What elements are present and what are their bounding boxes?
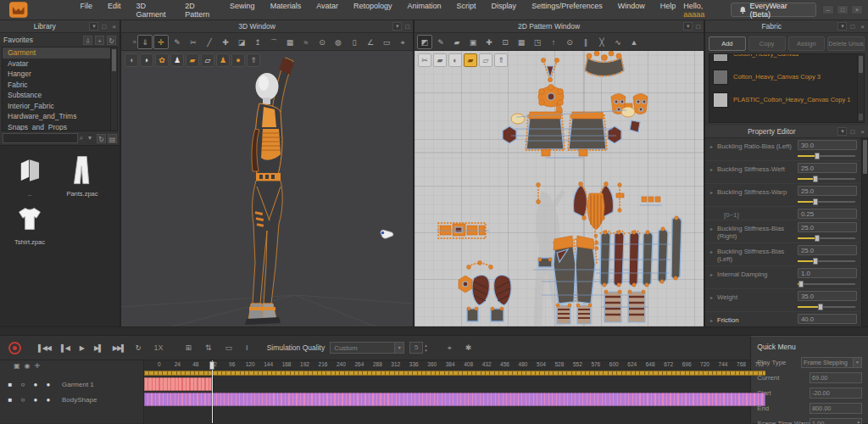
slider-handle[interactable] <box>813 198 818 205</box>
transform-tool-icon[interactable]: ⌖ <box>395 35 410 49</box>
sphere-tool-icon[interactable]: ◍ <box>331 35 346 49</box>
quick-menu-field[interactable]: -20.00 ▾ ▲▼ <box>810 388 862 399</box>
solo-tracks-icon[interactable]: ✛ <box>35 362 41 370</box>
timeline-collapse-bar[interactable]: ▼ <box>0 326 868 336</box>
show-avatar-skin-icon[interactable]: ♟ <box>216 53 230 67</box>
show-pattern-white-icon[interactable]: ▱ <box>479 53 492 67</box>
pin-tool-icon[interactable]: ⊙ <box>314 35 330 49</box>
property-editor-menu-caret[interactable]: ▾ <box>837 127 847 136</box>
toolbar-overflow-icon[interactable]: » <box>133 38 136 46</box>
grading-grid-icon[interactable]: ▦ <box>514 35 529 49</box>
fabric-action-button[interactable]: Add <box>709 36 746 51</box>
close-panel-icon[interactable]: × <box>860 128 865 136</box>
menu-item[interactable]: Sewing <box>222 2 263 19</box>
library-category-item[interactable]: Snaps_and_Props <box>3 122 110 132</box>
menu-item[interactable]: Materials <box>263 2 309 19</box>
everywear-button[interactable]: EveryWear (Beta) <box>731 3 816 17</box>
menu-item[interactable]: Animation <box>400 2 449 19</box>
track-circle-toggle[interactable]: ○ <box>19 396 27 404</box>
load-pose-icon[interactable]: ⇑ <box>247 53 260 67</box>
file-item-tshirt[interactable]: Tshirt.zpac <box>5 201 54 246</box>
property-value-input[interactable]: 35.0 <box>798 291 857 301</box>
menu-item[interactable]: Avatar <box>309 2 346 19</box>
menu-item[interactable]: Display <box>484 2 525 19</box>
go-start-button[interactable]: ▌◀◀ <box>35 344 54 352</box>
spinner-arrows[interactable]: ▲▼ <box>856 420 861 424</box>
library-category-item[interactable]: Interior_Fabric <box>3 101 110 112</box>
slider-handle[interactable] <box>815 235 820 242</box>
angle-measure-icon[interactable]: ∠ <box>363 35 378 49</box>
measure-2d-icon[interactable]: ✂ <box>418 53 431 67</box>
menu-item[interactable]: Window <box>610 2 653 19</box>
slider-handle[interactable] <box>798 281 804 287</box>
property-slider[interactable] <box>798 303 857 310</box>
next-frame-button[interactable]: ▶▌ <box>91 344 106 352</box>
library-category-item[interactable]: Hardware_and_Trims <box>3 111 110 122</box>
show-fabric-orange-icon[interactable]: ▰ <box>186 53 199 67</box>
property-slider[interactable] <box>798 198 857 205</box>
library-category-item[interactable]: Fabric <box>3 80 110 91</box>
pin-2d-icon[interactable]: ⊙ <box>562 35 577 49</box>
prev-frame-button[interactable]: ▌◀ <box>58 344 73 352</box>
expand-arrow-icon[interactable]: ▸ <box>710 163 717 172</box>
settings-icon[interactable]: ✱ <box>462 343 476 353</box>
file-item-parent-folder[interactable]: .. <box>5 153 54 198</box>
fabric-action-button[interactable]: Copy <box>748 36 786 51</box>
slider-handle[interactable] <box>815 153 820 159</box>
viewport-2d-menu-caret[interactable]: ▾ <box>683 22 693 31</box>
show-garment-white-icon[interactable]: ◗ <box>140 53 153 67</box>
expand-arrow-icon[interactable]: ▸ <box>710 291 717 300</box>
curve-tool-icon[interactable]: ∿ <box>610 35 626 49</box>
track-dot-b-toggle[interactable]: ● <box>44 381 53 388</box>
quick-menu-field[interactable]: 1.00 ▾ ▲▼ <box>810 418 862 424</box>
edit-pattern-icon[interactable]: ✎ <box>433 35 448 49</box>
library-search-input[interactable] <box>3 133 78 143</box>
property-value-input[interactable]: 30.0 <box>798 140 857 150</box>
restore-button[interactable]: □ <box>837 5 849 14</box>
fabric-list-item[interactable]: Cotton_Heavy_Canvas <box>709 53 856 65</box>
flatten-tool-icon[interactable]: ◪ <box>234 35 249 49</box>
show-half-icon[interactable]: ◐ <box>448 53 462 67</box>
lock-tracks-icon[interactable]: ▣ <box>14 362 20 370</box>
property-slider[interactable] <box>798 326 857 326</box>
go-end-button[interactable]: ▶▶▌ <box>109 344 129 352</box>
capture-icon[interactable]: ⌖ <box>444 343 455 353</box>
arrange-tool-icon[interactable]: ✚ <box>218 35 233 49</box>
substep-spinner[interactable]: 5 ▴▾ <box>409 342 427 354</box>
menu-item[interactable]: Edit <box>100 2 129 19</box>
wind-tool-icon[interactable]: ≈ <box>298 35 314 49</box>
scissors-tool-icon[interactable]: ✂ <box>186 35 201 49</box>
quick-menu-field[interactable]: 69.00 ▾ ▲▼ <box>810 372 862 383</box>
show-avatar-icon[interactable]: ♟ <box>170 53 184 67</box>
menu-item[interactable]: Help <box>653 2 684 19</box>
slider-handle[interactable] <box>813 258 818 265</box>
timeline-ruler[interactable] <box>144 371 765 376</box>
show-garment-2d-icon[interactable]: ▲ <box>626 35 642 49</box>
property-value-input[interactable]: 25.0 <box>798 245 857 255</box>
menu-item[interactable]: File <box>72 2 100 19</box>
simulation-quality-dropdown[interactable]: Custom ▾ <box>330 342 404 354</box>
search-icon[interactable]: ⌕ <box>80 134 83 142</box>
viewport-2d-canvas[interactable]: ✂▰◐▰▱⇑ .pp{fill:#57524c;stroke:#8fb3dc;s… <box>415 51 704 326</box>
pattern-shape-icon[interactable]: ▰ <box>449 35 465 49</box>
library-category-item[interactable]: Hanger <box>3 69 110 80</box>
show-garment-dark-icon[interactable]: ◖ <box>125 53 138 67</box>
library-menu-caret[interactable]: ▾ <box>89 22 98 31</box>
show-disc-icon[interactable]: ● <box>231 53 245 67</box>
show-garment-texture-icon[interactable]: ✿ <box>155 53 169 67</box>
property-slider[interactable] <box>798 152 857 159</box>
track-circle-toggle[interactable]: ○ <box>19 381 27 388</box>
track-box-toggle[interactable]: ■ <box>6 396 14 404</box>
track-dot-b-toggle[interactable]: ● <box>44 396 53 404</box>
timeline-clip-garment-1[interactable] <box>144 377 212 391</box>
playback-speed-label[interactable]: 1X <box>148 343 168 352</box>
fabric-list-scrollbar[interactable] <box>857 54 864 122</box>
tape-measure-icon[interactable]: ▭ <box>379 35 394 49</box>
fabric-action-button[interactable]: Assign <box>788 36 826 51</box>
float-panel-icon[interactable]: □ <box>850 128 854 136</box>
add-point-icon[interactable]: ✚ <box>481 35 497 49</box>
menu-item[interactable]: 2D Pattern <box>177 2 222 19</box>
expand-arrow-icon[interactable]: ▸ <box>710 140 717 149</box>
track-dot-a-toggle[interactable]: ● <box>31 396 40 404</box>
sewing-tool-icon[interactable]: ╱ <box>202 35 217 49</box>
